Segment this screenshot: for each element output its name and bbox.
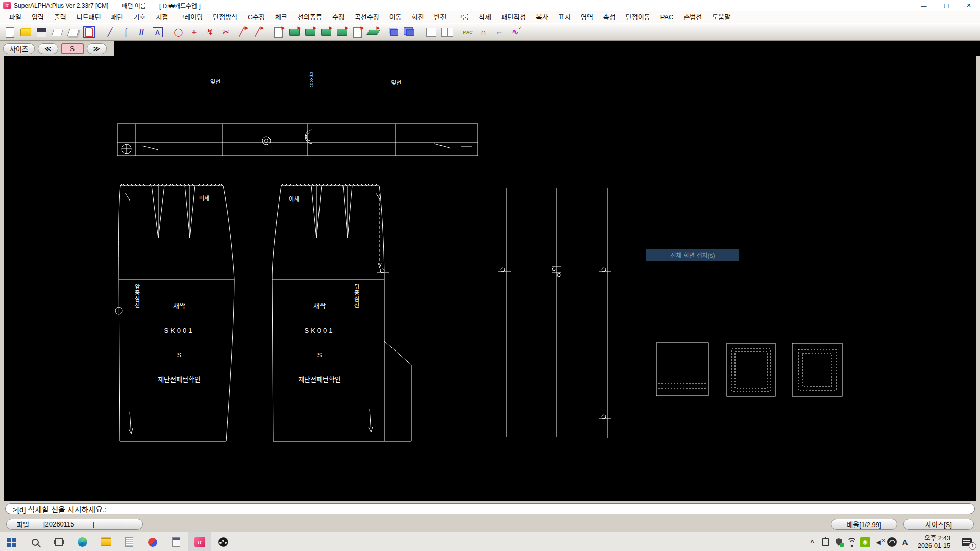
notepad-icon[interactable] [117,532,141,551]
seam-swatch-2[interactable] [727,343,775,396]
menu-item[interactable]: 그레이딩 [173,11,208,23]
file-explorer-icon[interactable] [94,532,117,551]
menu-item[interactable]: PAC [655,11,679,23]
menu-item[interactable]: 시접 [151,11,173,23]
menu-item[interactable]: 니트패턴 [71,11,106,23]
menu-item[interactable]: 단점이동 [621,11,655,23]
copy-layers-icon[interactable] [402,25,418,40]
grade-curve-icon[interactable]: ∿✓ [507,25,523,40]
scissors-icon[interactable]: ✂ [218,25,234,40]
menu-item[interactable]: 체크 [270,11,292,23]
menu-item[interactable]: 출력 [49,11,71,23]
wifi-icon[interactable] [845,532,859,551]
menu-item[interactable]: 이동 [384,11,407,23]
seam-hook-icon[interactable]: ∩ [476,25,492,40]
menu-item[interactable]: 표시 [553,11,576,23]
menu-item[interactable]: 회전 [407,11,429,23]
taskbar-clock[interactable]: 오후 2:43 2026-01-15 [913,535,955,550]
lightning-arrow-icon[interactable]: ↯ [202,25,218,40]
task-view-icon[interactable] [47,532,70,551]
seam-swatch-3[interactable] [792,343,842,396]
notification-center-button[interactable]: 1 [957,532,977,551]
notch-path-icon[interactable]: ⌐ [492,25,507,40]
size-indicator[interactable]: 사이즈[S] [903,519,974,530]
size-tab-label[interactable]: 사이즈 [3,43,35,54]
menu-item[interactable]: 촌법선 [678,11,707,23]
menu-item[interactable]: G수정 [242,11,270,23]
pattern-page-icon[interactable]: ▶ [350,25,365,40]
parallel-lines-icon[interactable]: // [134,25,150,40]
active-pattern-doc-icon[interactable] [81,25,97,40]
minimize-button[interactable]: — [913,0,935,11]
seam-swatch-1[interactable] [656,343,708,396]
line-tool-icon[interactable]: ╱ [102,25,118,40]
ime-language-icon[interactable]: A [898,532,912,551]
menu-item[interactable]: 수정 [327,11,350,23]
media-player-icon[interactable] [141,532,164,551]
close-button[interactable]: ✕ [958,0,980,11]
command-prompt[interactable]: >[d] 삭제할 선을 지시하세요.: [5,503,975,514]
text-tool-icon[interactable]: A [150,25,165,40]
pattern-block-2-icon[interactable]: ▶ [302,25,318,40]
superalpha-app-icon[interactable] [188,532,211,551]
nvidia-icon[interactable]: ◉ [859,532,872,551]
grain-line-3[interactable] [599,188,611,438]
menu-item[interactable]: 도움말 [707,11,736,23]
file-name-field[interactable]: 파일 [20260115 ] [6,519,143,530]
size-prev-button[interactable]: ≪ [38,43,58,54]
circle-tool-icon[interactable]: ◯ [170,25,186,40]
menu-item[interactable]: 입력 [27,11,49,23]
calculator-icon[interactable] [164,532,188,551]
pattern-slab-icon[interactable]: ▶ [365,25,381,40]
menu-item[interactable]: 패턴 [106,11,129,23]
pattern-block-4-icon[interactable]: ▶ [334,25,350,40]
menu-item[interactable]: 패턴작성 [496,11,531,23]
fold-page-icon[interactable]: ▶ [271,25,286,40]
menu-item[interactable]: 파일 [4,11,27,23]
grain-line-1[interactable] [498,188,511,437]
pac-icon[interactable]: PAC [460,25,476,40]
menu-item[interactable]: 선의종류 [292,11,327,23]
drawing-canvas[interactable]: 옆선 뒤중심 옆선 미세 새싹 SK001 S 재단전패턴확인 앞중심선 이세 … [4,56,976,501]
waistband-pattern[interactable] [117,124,478,156]
obs-icon[interactable] [211,532,235,551]
usb-device-icon[interactable] [819,532,832,551]
menu-item[interactable]: 단점방식 [208,11,242,23]
grain-line-2[interactable] [552,188,561,437]
pattern-block-3-icon[interactable]: ▶ [318,25,334,40]
menu-item[interactable]: 삭제 [474,11,496,23]
volume-muted-icon[interactable]: ◀ [872,532,885,551]
start-button[interactable] [0,532,23,551]
menu-item[interactable]: 영역 [576,11,598,23]
zoom-scale-indicator[interactable]: 배율[1/2.99] [831,519,897,530]
move-point-icon[interactable]: + [186,25,202,40]
search-icon[interactable] [23,532,47,551]
canvas-frame: 옆선 뒤중심 옆선 미세 새싹 SK001 S 재단전패턴확인 앞중심선 이세 … [0,56,980,501]
plot-sheet-icon[interactable] [65,25,81,40]
current-size-box[interactable]: S [61,43,84,54]
menu-item[interactable]: 속성 [598,11,621,23]
extend-line-icon[interactable]: ╱▶ [250,25,265,40]
menu-item[interactable]: 기호 [129,11,151,23]
obs-tray-icon[interactable] [885,532,898,551]
blank-sheet-icon[interactable] [423,25,439,40]
hidden-icons-chevron[interactable]: ^ [805,532,819,551]
security-shield-icon[interactable] [832,532,845,551]
print-sheet-icon[interactable] [50,25,65,40]
pattern-block-1-icon[interactable]: ▶ [286,25,302,40]
new-file-icon[interactable] [2,25,18,40]
double-sheet-icon[interactable] [439,25,455,40]
menu-item[interactable]: 복사 [531,11,553,23]
copy-layer-icon[interactable] [386,25,402,40]
menu-item[interactable]: 반전 [429,11,451,23]
curve-tool-icon[interactable]: ⌠ [118,25,134,40]
edge-icon[interactable] [70,532,94,551]
menu-item[interactable]: 곡선수정 [350,11,384,23]
trim-line-icon[interactable]: ╱▶ [234,25,250,40]
size-next-button[interactable]: ≫ [87,43,107,54]
maximize-button[interactable]: ▢ [935,0,958,11]
open-folder-icon[interactable] [18,25,34,40]
save-icon[interactable] [34,25,50,40]
menu-item[interactable]: 그룹 [451,11,474,23]
bottom-bar: 파일 [20260115 ] 배율[1/2.99] 사이즈[S] [0,516,980,532]
